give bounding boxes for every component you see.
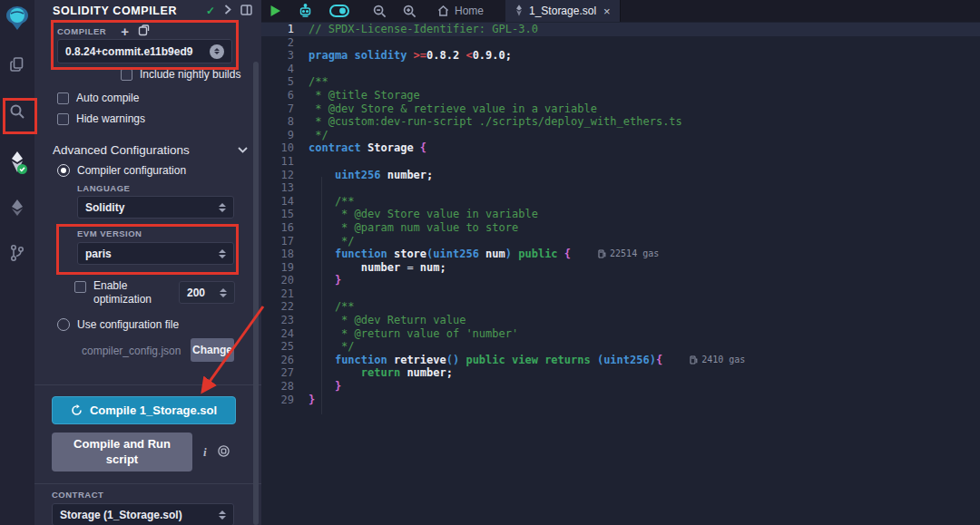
code-line[interactable]: 25 */ — [261, 340, 980, 354]
ai-copilot-toggle-icon[interactable] — [321, 0, 358, 22]
panel-header: SOLIDITY COMPILER ✓ — [34, 0, 261, 22]
advanced-config-header[interactable]: Advanced Configurations — [53, 143, 248, 157]
line-number: 13 — [261, 181, 309, 195]
code-line[interactable]: 24 * @return value of 'number' — [261, 327, 980, 341]
code-line[interactable]: 17 */ — [261, 235, 980, 248]
code-text: /** — [309, 75, 328, 89]
line-number: 4 — [261, 63, 309, 76]
panel-scrollbar[interactable] — [253, 62, 259, 525]
solidity-compiler-icon[interactable] — [0, 145, 34, 180]
enable-optimization-checkbox[interactable] — [74, 281, 86, 293]
tab-close-icon[interactable]: × — [603, 5, 611, 18]
editor-area: Home 1_Storage.sol × 1// SPDX-License-Id… — [261, 0, 980, 525]
code-line[interactable]: 4 — [261, 63, 980, 76]
line-number: 3 — [261, 49, 309, 63]
code-line[interactable]: 29} — [261, 394, 980, 407]
tab-file-storage[interactable]: 1_Storage.sol × — [505, 0, 621, 22]
code-line[interactable]: 28 } — [261, 380, 980, 394]
auto-compile-row: Auto compile — [57, 92, 139, 104]
compiler-version-select[interactable]: 0.8.24+commit.e11b9ed9 — [57, 39, 232, 63]
compile-success-check-icon: ✓ — [206, 5, 215, 17]
search-icon[interactable] — [0, 94, 34, 129]
remix-logo-icon[interactable] — [0, 2, 34, 34]
code-line[interactable]: 14 /** — [261, 195, 980, 209]
compiler-version-stepper-icon — [210, 44, 224, 59]
code-line[interactable]: 22 /** — [261, 300, 980, 314]
reload-compiler-icon[interactable] — [138, 24, 150, 39]
line-number: 21 — [261, 287, 309, 301]
use-config-file-radio[interactable] — [57, 318, 70, 331]
code-line[interactable]: 9 */ — [261, 129, 980, 142]
contract-select[interactable]: Storage (1_Storage.sol) — [52, 503, 234, 525]
git-branch-icon[interactable] — [0, 236, 34, 270]
code-line[interactable]: 7 * @dev Store & retrieve value in a var… — [261, 102, 980, 116]
auto-compile-checkbox[interactable] — [57, 92, 69, 104]
info-icon[interactable]: i — [203, 445, 207, 460]
line-number: 1 — [261, 23, 309, 36]
hide-warnings-checkbox[interactable] — [57, 113, 69, 125]
code-line[interactable]: 15 * @dev Store value in variable — [261, 208, 980, 221]
code-text: * @title Storage — [309, 89, 420, 102]
compiler-config-radio[interactable] — [57, 164, 70, 177]
code-line[interactable]: 3pragma solidity >=0.8.2 <0.9.0; — [261, 49, 980, 63]
solidity-file-icon — [514, 5, 524, 17]
deploy-run-icon[interactable] — [0, 190, 34, 225]
code-text: * @dev Store value in variable — [309, 208, 538, 221]
optimization-row: Enable optimization — [74, 279, 152, 306]
nightly-builds-label: Include nightly builds — [140, 68, 240, 81]
zoom-in-icon[interactable] — [395, 0, 425, 22]
config-file-name-row: compiler_config.json — [82, 345, 181, 357]
code-line[interactable]: 2 — [261, 36, 980, 50]
optimization-runs-value: 200 — [187, 287, 214, 299]
code-text: return number; — [309, 366, 453, 380]
code-line[interactable]: 16 * @param num value to store — [261, 221, 980, 235]
code-text: * @dev Return value — [309, 314, 466, 327]
code-line[interactable]: 21 — [261, 287, 980, 301]
nightly-builds-checkbox[interactable] — [121, 69, 132, 81]
gas-estimate-badge[interactable]: 22514 gas — [598, 248, 659, 261]
code-text: function retrieve() public view returns … — [309, 354, 662, 367]
zoom-out-icon[interactable] — [365, 0, 395, 22]
code-line[interactable]: 11 — [261, 155, 980, 169]
code-line[interactable]: 23 * @dev Return value — [261, 314, 980, 327]
code-text: */ — [309, 129, 328, 142]
ai-assistant-icon[interactable] — [289, 0, 321, 22]
line-number: 11 — [261, 155, 309, 169]
language-select[interactable]: Solidity — [77, 196, 234, 219]
code-text: /** — [309, 300, 355, 314]
change-config-button[interactable]: Change — [191, 338, 234, 362]
code-line[interactable]: 13 — [261, 181, 980, 195]
code-line[interactable]: 8 * @custom:dev-run-script ./scripts/dep… — [261, 115, 980, 129]
section-divider — [34, 384, 261, 385]
chevron-right-icon[interactable] — [224, 5, 231, 17]
refresh-icon — [71, 404, 83, 416]
code-line[interactable]: 26 function retrieve() public view retur… — [261, 354, 980, 367]
code-line[interactable]: 10contract Storage { — [261, 141, 980, 155]
gas-estimate-badge[interactable]: 2410 gas — [690, 354, 745, 367]
run-script-icon[interactable] — [261, 0, 289, 22]
pin-panel-icon[interactable] — [240, 5, 252, 18]
code-line[interactable]: 1// SPDX-License-Identifier: GPL-3.0 — [261, 23, 980, 36]
advanced-config-title: Advanced Configurations — [53, 143, 230, 157]
chevron-down-icon — [238, 147, 248, 153]
line-number: 27 — [261, 366, 309, 380]
code-line[interactable]: 18 function store(uint256 num) public {2… — [261, 248, 980, 261]
code-line[interactable]: 12 uint256 number; — [261, 169, 980, 182]
code-line[interactable]: 19 number = num; — [261, 261, 980, 275]
optimization-runs-input[interactable]: 200 — [179, 281, 235, 304]
code-line[interactable]: 5/** — [261, 75, 980, 89]
add-compiler-icon[interactable]: + — [121, 24, 129, 39]
evm-version-select[interactable]: paris — [77, 242, 234, 265]
file-explorer-icon[interactable] — [0, 47, 34, 82]
line-number: 28 — [261, 380, 309, 394]
copy-script-icon[interactable] — [218, 445, 230, 460]
evm-version-value: paris — [85, 248, 213, 260]
code-line[interactable]: 27 return number; — [261, 366, 980, 380]
code-line[interactable]: 20 } — [261, 274, 980, 287]
code-line[interactable]: 6 * @title Storage — [261, 89, 980, 102]
code-editor[interactable]: 1// SPDX-License-Identifier: GPL-3.023pr… — [261, 22, 980, 525]
tab-home[interactable]: Home — [428, 0, 493, 22]
compile-and-run-button[interactable]: Compile and Run script — [52, 433, 192, 472]
compile-button[interactable]: Compile 1_Storage.sol — [52, 396, 236, 424]
line-number: 2 — [261, 36, 309, 50]
